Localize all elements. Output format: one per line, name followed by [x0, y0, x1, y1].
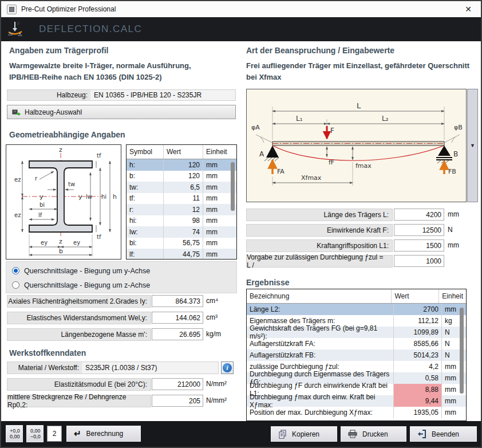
bottom-toolbar: +0,0 0,00 0,00 −0,0 ↵ Berechnung Kopiere… — [1, 421, 481, 447]
table-row[interactable]: lw: 74 mm — [127, 226, 236, 238]
print-button[interactable]: Drucken — [341, 426, 406, 442]
iy-moment-label: Axiales Flächenträgheitsmoment 2.Grades … — [7, 295, 151, 308]
ibeam-label-hi: hi — [101, 194, 106, 200]
radio-unselected-icon — [12, 281, 19, 289]
radio-option-z-axis[interactable]: Querschnittslage - Biegung um z-Achse — [6, 278, 236, 292]
result-label-cell: Durchbiegung ƒmax durch einw. Kraft bei … — [247, 395, 394, 407]
table-row[interactable]: b: 120 mm — [127, 171, 236, 182]
load-section-title: Art der Beanspruchung / Eingabewerte — [246, 46, 394, 55]
result-label-cell: Auflagerstützkraft FA: — [247, 338, 394, 349]
wel-row: Elastisches Widerstandsmoment Wel,y: cm³ — [7, 312, 236, 324]
table-row[interactable]: r: 12 mm — [127, 204, 236, 215]
yield-input[interactable] — [152, 395, 203, 407]
beam-label-fmax: fmax — [355, 162, 372, 170]
table-row[interactable]: bi: 56,75 mm — [127, 238, 236, 249]
table-row[interactable]: lf: 44,75 mm — [127, 249, 236, 260]
geometry-col-einheit: Einheit — [203, 145, 236, 159]
mass-row: Längenbezogene Masse m': kg/m — [7, 328, 236, 341]
ibeam-label-y-left: y — [39, 193, 44, 201]
results-table-scrollbar[interactable] — [460, 308, 464, 394]
exit-label: Beenden — [432, 430, 459, 438]
radio-option-y-axis[interactable]: Querschnittslage - Biegung um y-Achse — [6, 264, 236, 278]
result-value-cell: 2700 — [394, 304, 442, 315]
wel-input[interactable] — [152, 312, 203, 324]
beam-label-L: L — [357, 101, 361, 110]
halbzeug-auswahl-button[interactable]: Halbzeug-Auswahl — [7, 105, 236, 119]
iy-moment-input[interactable] — [152, 295, 203, 307]
chevron-down-icon: ▼ — [470, 143, 475, 148]
emodulus-input[interactable] — [152, 378, 203, 390]
ibeam-label-lf: lf — [38, 212, 42, 218]
material-info-button[interactable]: i — [221, 361, 234, 374]
add-decimal-label-bottom: 0,00 — [10, 434, 19, 439]
table-row[interactable]: hi: 98 mm — [127, 215, 236, 227]
diagram-selector-dropdown[interactable]: ▼ — [467, 89, 478, 202]
emodulus-unit: N/mm² — [206, 380, 227, 388]
table-row[interactable]: h: 120 mm — [127, 159, 236, 171]
add-decimal-button[interactable]: +0,0 0,00 — [6, 425, 23, 442]
result-label-cell: Länge L2: — [247, 304, 394, 315]
geometry-symbol-cell: b: — [127, 171, 164, 182]
result-value-cell: 1099,89 — [394, 327, 442, 338]
table-row[interactable]: Auflagerstützkraft FB: 5014,23 N — [247, 349, 466, 361]
remove-decimal-button[interactable]: 0,00 −0,0 — [26, 425, 44, 442]
geometry-table-scrollbar[interactable] — [231, 162, 235, 211]
radio-y-label: Querschnittslage - Biegung um y-Achse — [24, 267, 150, 275]
geometry-wert-cell: 11 — [164, 193, 203, 205]
radio-selected-icon — [12, 267, 19, 274]
result-value-cell: 5014,23 — [394, 349, 442, 361]
table-row[interactable]: tf: 11 mm — [127, 193, 236, 205]
calculate-button[interactable]: ↵ Berechnung — [66, 426, 141, 442]
results-table-header: Bezeichnung Wert Einheit — [247, 289, 466, 304]
geometry-wert-cell: 6,5 — [164, 182, 203, 193]
radio-z-label: Querschnittslage - Biegung um z-Achse — [24, 281, 150, 289]
beam-diagram-panel: L L₁ L₂ F A — [246, 89, 467, 202]
fzul-divisor-row: Vorgabe zur zulässigen Durchbiegung ƒzul… — [246, 255, 478, 268]
ibeam-label-lw: lw — [86, 194, 92, 200]
mass-input[interactable] — [152, 328, 203, 340]
profile-description-line2: IPB/HEB-Reihe nach EN 10365 (DIN 1025-2) — [9, 72, 191, 83]
geometry-wert-cell: 56,75 — [164, 238, 203, 249]
table-row[interactable]: Gewichtskraft des Trägers FG (bei g=9,81… — [247, 327, 466, 338]
geometry-wert-cell: 120 — [164, 171, 203, 182]
halbzeug-field: Halbzeug: EN 10365 - IPB/HEB 120 - S235J… — [7, 89, 236, 101]
table-row[interactable]: Durchbiegung ƒmax durch einw. Kraft bei … — [247, 395, 466, 407]
ibeam-label-h: h — [113, 193, 117, 201]
result-label-cell: Gewichtskraft des Trägers FG (bei g=9,81… — [247, 327, 394, 338]
table-row[interactable]: Position der max. Durchbiegung Xƒmax: 19… — [247, 407, 466, 418]
main-content: Angaben zum Trägerprofil Warmgewalzte br… — [1, 41, 481, 421]
table-row[interactable]: Länge L2: 2700 mm — [247, 304, 466, 315]
add-decimal-label-top: +0,0 — [10, 428, 19, 434]
result-unit-cell: mm — [442, 407, 466, 418]
geometry-symbol-cell: lf: — [127, 249, 164, 260]
calculate-label: Berechnung — [86, 430, 124, 438]
material-section-title: Werkstoffkenndaten — [9, 348, 86, 357]
force-f-input[interactable] — [394, 224, 444, 236]
fzul-divisor-input[interactable] — [394, 255, 444, 267]
ibeam-label-y-right: y — [78, 193, 82, 201]
length-l-unit: mm — [448, 210, 459, 218]
geometry-table: Symbol Wert Einheit h: 120 mm b: 120 mm … — [126, 144, 237, 260]
geometry-wert-cell: 120 — [164, 159, 203, 171]
table-row[interactable]: Auflagerstützkraft FA: 8585,66 N — [247, 338, 466, 349]
length-l-input[interactable] — [394, 209, 444, 221]
app-window: Pre-Cut Optimizer Professional ✕ F DEFLE… — [0, 0, 482, 448]
position-l1-input[interactable] — [394, 239, 444, 251]
copy-button[interactable]: Kopieren — [271, 426, 337, 442]
geometry-einheit-cell: mm — [203, 238, 236, 249]
geometry-symbol-cell: h: — [127, 159, 164, 171]
close-button[interactable]: ✕ — [461, 3, 475, 15]
result-unit-cell: mm — [442, 395, 466, 407]
copy-icon — [278, 430, 287, 439]
exit-button[interactable]: Beenden — [410, 426, 477, 442]
table-row[interactable]: tw: 6,5 mm — [127, 182, 236, 193]
result-value-cell-warning: 9,44 — [394, 395, 442, 407]
yield-label: mittlere Streckgrenze Re / Dehngrenze Rp… — [7, 395, 151, 407]
decimal-places-field[interactable] — [47, 426, 62, 442]
geometry-symbol-cell: r: — [127, 204, 164, 215]
beam-label-FA: FA — [277, 168, 285, 175]
beam-label-F: F — [330, 127, 334, 135]
ibeam-label-tw: tw — [68, 181, 75, 187]
results-section-title: Ergebnisse — [246, 278, 289, 287]
yield-row: mittlere Streckgrenze Re / Dehngrenze Rp… — [7, 395, 236, 407]
